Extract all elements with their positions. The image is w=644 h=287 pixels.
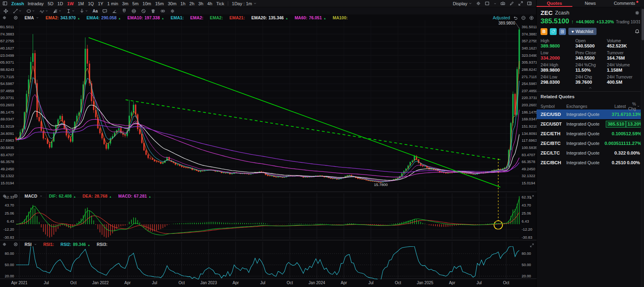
- related-header-symbol[interactable]: Symbol: [541, 104, 566, 109]
- svg-text:151.9219: 151.9219: [522, 124, 537, 128]
- link-drawings-tool[interactable]: [160, 8, 165, 14]
- stat-value: 334.2000: [541, 56, 575, 60]
- coin-badge-icon[interactable]: B: [541, 28, 547, 35]
- macd-remove-icon[interactable]: [13, 194, 18, 198]
- svg-text:288.8243: 288.8243: [0, 68, 14, 72]
- date-tick: Apr 2021: [11, 281, 28, 285]
- related-header--chg[interactable]: % Chg: [626, 101, 640, 111]
- frame-select-icon[interactable]: [485, 1, 490, 6]
- highlight-circle: [494, 221, 502, 229]
- comment-tool[interactable]: [102, 8, 107, 14]
- ema-name[interactable]: EMA: [25, 15, 39, 20]
- chart-column: Aa 389.980015.7800391.5011391.5011374.38…: [0, 7, 537, 287]
- macd-expand-icon[interactable]: [530, 194, 534, 201]
- timeframe-1d[interactable]: 1D: [58, 1, 63, 6]
- scrollbar-thumb[interactable]: [642, 9, 644, 40]
- gear-icon[interactable]: [634, 10, 640, 16]
- timeframe-intraday[interactable]: Intraday: [28, 1, 44, 6]
- timeframe-5d[interactable]: 5D: [48, 1, 54, 6]
- screenshot-camera-icon[interactable]: [500, 1, 506, 6]
- timeframe-1q[interactable]: 1Q: [88, 1, 94, 6]
- zoom-in-icon[interactable]: [529, 15, 534, 21]
- timeframe-4h[interactable]: 4h: [207, 1, 212, 6]
- timeframe-1m[interactable]: 1M: [78, 1, 84, 6]
- timeframe-15m[interactable]: 15m: [155, 1, 163, 6]
- quote-price-row: 385.5100 ↑ +44.9600 +13.20% Trading 10/3…: [537, 16, 644, 25]
- display-dropdown[interactable]: Display: [453, 1, 472, 6]
- related-row-zec-ltc[interactable]: ZEC/LTCIntegrated Quotes0.3220.00%: [537, 148, 644, 158]
- exchange-label: Integrated Quotes: [566, 131, 599, 136]
- related-header-latest[interactable]: Latest: [599, 104, 626, 109]
- panel-scrollbar[interactable]: [641, 7, 644, 287]
- ema-value-1: EMA4:290.058▲: [87, 15, 121, 20]
- trendline-tool[interactable]: [13, 8, 22, 14]
- tab-news[interactable]: News: [572, 0, 608, 7]
- rsi-remove-icon[interactable]: [13, 242, 18, 247]
- ema-item-value: 197.338: [144, 15, 160, 20]
- ellipse-tool[interactable]: [26, 8, 35, 14]
- related-row-zec-usdt[interactable]: ZEC/USDTIntegrated Quotes385.51013.20%: [537, 119, 644, 129]
- rsi-expand-icon[interactable]: [530, 242, 534, 249]
- interval-dropdown[interactable]: 1Day : 1m: [232, 1, 257, 6]
- display-label: Display: [453, 1, 467, 6]
- measure-tool[interactable]: [66, 8, 75, 14]
- chart-symbol-label[interactable]: Zcash: [11, 1, 24, 6]
- adjusted-toggle[interactable]: Adjusted: [493, 15, 510, 20]
- stat-value: 1.158M: [607, 68, 640, 72]
- rsi-settings-icon[interactable]: [2, 242, 7, 247]
- related-latest: 385.510: [599, 121, 626, 128]
- document-badge-icon[interactable]: [559, 28, 566, 35]
- undo-icon[interactable]: [513, 15, 518, 21]
- related-row-zec-eth[interactable]: ZEC/ETHIntegrated Quotes0.100512.59%: [537, 129, 644, 138]
- timeframe-3m[interactable]: 3m: [122, 1, 128, 6]
- related-row-zec-bch[interactable]: ZEC/BCHIntegrated Quotes0.25100.00%: [537, 158, 644, 167]
- tab-quotes[interactable]: Quotes: [537, 0, 572, 7]
- timeframe-3h[interactable]: 3h: [198, 1, 203, 6]
- panel-right-icon[interactable]: [527, 1, 532, 6]
- timeframe-1h[interactable]: 1h: [180, 1, 185, 6]
- wave-tool[interactable]: [39, 8, 48, 14]
- timeframe-2h[interactable]: 2h: [190, 1, 194, 6]
- hide-drawings-tool[interactable]: [141, 8, 146, 14]
- layout-icon[interactable]: [2, 1, 8, 6]
- arrow-tool[interactable]: [79, 8, 88, 14]
- rsi-name[interactable]: RSI: [25, 242, 37, 247]
- draw-pencil-icon[interactable]: [509, 1, 514, 6]
- ema-item-label: MA100:: [332, 15, 347, 20]
- timeframe-5m[interactable]: 5m: [132, 1, 138, 6]
- tab-comments[interactable]: Comments: [608, 0, 644, 7]
- timeframe-1-min[interactable]: 1 min: [107, 1, 118, 6]
- text-tool[interactable]: Aa: [93, 9, 98, 13]
- macd-name-label: MACD: [25, 194, 37, 198]
- move-tool[interactable]: [3, 8, 8, 14]
- macd-settings-icon[interactable]: [2, 194, 7, 198]
- tag-badge-icon[interactable]: [550, 28, 557, 35]
- add-watchlist-button[interactable]: ♥ Watchlist: [568, 28, 597, 35]
- magnet-tool[interactable]: [122, 8, 127, 14]
- timeframe-10m[interactable]: 10m: [142, 1, 151, 6]
- delete-drawings-tool[interactable]: [151, 8, 156, 14]
- up-triangle-icon: ▲: [149, 195, 151, 198]
- quote-panel: ZEC Zcash 385.5100 ↑ +44.9600 +13.20% Tr…: [537, 7, 644, 287]
- fullscreen-expand-icon[interactable]: [518, 1, 523, 6]
- alert-bell-icon[interactable]: [634, 29, 640, 34]
- drawing-settings[interactable]: [170, 8, 175, 14]
- related-latest: 0.1005: [599, 131, 626, 136]
- timeframe-30m[interactable]: 30m: [168, 1, 176, 6]
- settings-gear-icon[interactable]: [476, 1, 481, 6]
- gann-fan-tool[interactable]: [53, 8, 62, 14]
- macd-name[interactable]: MACD: [25, 194, 43, 198]
- collapse-stats-button[interactable]: [537, 86, 644, 91]
- chart-area[interactable]: 389.980015.7800391.5011391.5011374.38833…: [0, 14, 536, 287]
- continuous-draw-tool[interactable]: [131, 8, 136, 14]
- stat-label: High: [541, 38, 575, 43]
- timeframe-1y[interactable]: 1Y: [98, 1, 103, 6]
- ema-remove-icon[interactable]: [13, 15, 18, 20]
- timeframe-tick[interactable]: Tick: [216, 1, 224, 6]
- related-row-zec-btc[interactable]: ZEC/BTCIntegrated Quotes0.003511111.27%: [537, 138, 644, 148]
- angle-tool[interactable]: [112, 8, 117, 14]
- timeframe-1w[interactable]: 1W: [67, 1, 74, 6]
- related-header-exchanges[interactable]: Exchanges: [566, 104, 599, 109]
- ema-settings-icon[interactable]: [2, 15, 7, 20]
- zoom-out-icon[interactable]: [521, 15, 526, 21]
